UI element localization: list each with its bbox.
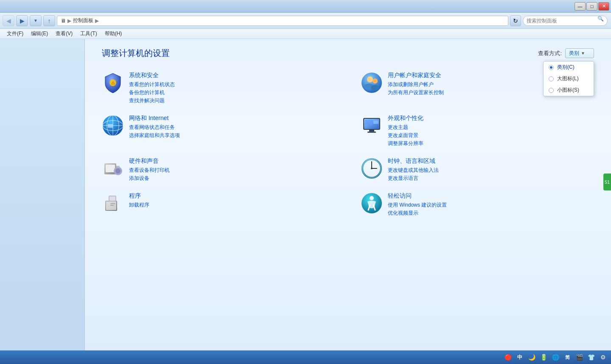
- system-security-text: 系统和安全 查看您的计算机状态 备份您的计算机 查找并解决问题: [129, 72, 175, 104]
- network-icon: [102, 115, 124, 137]
- link-homegroup[interactable]: 选择家庭组和共享选项: [129, 132, 180, 139]
- view-option-large-icons[interactable]: 大图标(L): [544, 73, 594, 84]
- window-controls: — □ ✕: [575, 2, 609, 11]
- clock-icon: [361, 157, 383, 179]
- search-input[interactable]: [523, 16, 608, 26]
- programs-links: 卸载程序: [129, 202, 149, 209]
- link-devices-printers[interactable]: 查看设备和打印机: [129, 167, 170, 174]
- link-display-language[interactable]: 更改显示语言: [388, 175, 439, 182]
- radio-small: [549, 88, 554, 93]
- menu-view[interactable]: 查看(V): [52, 29, 76, 38]
- ease-access-title[interactable]: 轻松访问: [388, 192, 447, 200]
- clock-links: 更改键盘或其他输入法 更改显示语言: [388, 167, 439, 182]
- link-keyboard-input[interactable]: 更改键盘或其他输入法: [388, 167, 439, 174]
- hardware-title[interactable]: 硬件和声音: [129, 157, 170, 165]
- svg-rect-16: [367, 132, 376, 133]
- forward-button[interactable]: ▶: [16, 15, 28, 26]
- svg-point-6: [371, 85, 379, 91]
- view-dropdown[interactable]: 类别 ▼: [565, 48, 594, 58]
- sidebar: [0, 39, 85, 350]
- search-button[interactable]: 🔍: [597, 16, 608, 26]
- link-parental-controls[interactable]: 为所有用户设置家长控制: [388, 89, 444, 96]
- close-button[interactable]: ✕: [598, 2, 609, 11]
- svg-rect-33: [109, 196, 115, 201]
- link-check-status[interactable]: 查看您的计算机状态: [129, 81, 175, 88]
- menu-file[interactable]: 文件(F): [3, 29, 27, 38]
- link-add-user[interactable]: 添加或删除用户帐户: [388, 81, 444, 88]
- taskbar-icon-battery[interactable]: 🔋: [539, 353, 548, 362]
- link-optimize-video[interactable]: 优化视频显示: [388, 210, 447, 217]
- category-programs: 程序 卸载程序: [102, 192, 335, 217]
- programs-title[interactable]: 程序: [129, 192, 149, 200]
- breadcrumb-path: 控制面板: [73, 17, 93, 24]
- link-uninstall[interactable]: 卸载程序: [129, 202, 149, 209]
- programs-icon: [102, 192, 124, 214]
- hardware-text: 硬件和声音 查看设备和打印机 添加设备: [129, 157, 170, 182]
- hardware-icon: [102, 157, 124, 179]
- link-windows-recommend[interactable]: 使用 Windows 建议的设置: [388, 202, 447, 209]
- address-bar: ◀ ▶ ▼ ↑ 🖥 ▶ 控制面板 ▶ ↻ 🔍: [0, 13, 611, 29]
- taskbar-icon-media[interactable]: 🎬: [575, 353, 584, 362]
- menu-tools[interactable]: 工具(T): [77, 29, 100, 38]
- appearance-title[interactable]: 外观和个性化: [388, 115, 423, 122]
- breadcrumb-sep-1: ▶: [67, 18, 71, 24]
- ease-access-icon: [361, 192, 383, 214]
- taskbar-icon-moon[interactable]: 🌙: [527, 353, 536, 362]
- appearance-text: 外观和个性化 更改主题 更改桌面背景 调整屏幕分辨率: [388, 115, 423, 147]
- view-option-small-icons[interactable]: 小图标(S): [544, 84, 594, 96]
- taskbar-icon-network[interactable]: 🌐: [551, 353, 560, 362]
- category-appearance: 外观和个性化 更改主题 更改桌面背景 调整屏幕分辨率: [361, 115, 594, 147]
- user-accounts-title[interactable]: 用户帐户和家庭安全: [388, 72, 444, 79]
- link-theme[interactable]: 更改主题: [388, 124, 423, 131]
- main-content: 调整计算机的设置 查看方式: 类别 ▼ 类别(C) 大图标(L): [0, 39, 611, 350]
- view-current-value: 类别: [569, 50, 579, 57]
- content-area: 调整计算机的设置 查看方式: 类别 ▼ 类别(C) 大图标(L): [85, 39, 611, 350]
- maximize-button[interactable]: □: [586, 2, 597, 11]
- category-clock: 时钟、语言和区域 更改键盘或其他输入法 更改显示语言: [361, 157, 594, 182]
- page-title: 调整计算机的设置: [102, 48, 170, 59]
- system-security-icon: ⚠: [102, 72, 124, 94]
- view-options-container: 查看方式: 类别 ▼ 类别(C) 大图标(L): [538, 48, 594, 58]
- link-add-device[interactable]: 添加设备: [129, 175, 170, 182]
- network-text: 网络和 Internet 查看网络状态和任务 选择家庭组和共享选项: [129, 115, 180, 139]
- programs-text: 程序 卸载程序: [129, 192, 149, 209]
- link-resolution[interactable]: 调整屏幕分辨率: [388, 140, 423, 147]
- taskbar-icon-1[interactable]: 🔴: [503, 353, 513, 362]
- appearance-links: 更改主题 更改桌面背景 调整屏幕分辨率: [388, 124, 423, 147]
- svg-point-5: [373, 78, 378, 84]
- category-hardware: 硬件和声音 查看设备和打印机 添加设备: [102, 157, 335, 182]
- back-button[interactable]: ◀: [3, 15, 14, 26]
- link-troubleshoot[interactable]: 查找并解决问题: [129, 97, 175, 104]
- link-desktop-bg[interactable]: 更改桌面背景: [388, 132, 423, 139]
- taskbar-icon-lang[interactable]: 简: [563, 353, 572, 362]
- up-button[interactable]: ↑: [43, 15, 55, 26]
- minimize-button[interactable]: —: [575, 2, 586, 11]
- link-network-status[interactable]: 查看网络状态和任务: [129, 124, 180, 131]
- system-security-title[interactable]: 系统和安全: [129, 72, 175, 79]
- refresh-button[interactable]: ↻: [510, 15, 521, 26]
- view-category-label: 类别(C): [557, 64, 575, 71]
- side-button[interactable]: 51: [603, 174, 611, 190]
- recent-pages-button[interactable]: ▼: [30, 15, 42, 26]
- svg-rect-23: [116, 166, 120, 168]
- clock-title[interactable]: 时钟、语言和区域: [388, 157, 439, 165]
- menu-edit[interactable]: 编辑(E): [28, 29, 51, 38]
- network-title[interactable]: 网络和 Internet: [129, 115, 180, 122]
- svg-rect-12: [108, 124, 113, 128]
- menu-bar: 文件(F) 编辑(E) 查看(V) 工具(T) 帮助(H): [0, 29, 611, 39]
- link-backup[interactable]: 备份您的计算机: [129, 89, 175, 96]
- appearance-icon: [361, 115, 383, 137]
- menu-help[interactable]: 帮助(H): [101, 29, 126, 38]
- title-bar: — □ ✕: [0, 0, 611, 13]
- category-network: 网络和 Internet 查看网络状态和任务 选择家庭组和共享选项: [102, 115, 335, 147]
- taskbar-icon-shirt[interactable]: 👕: [586, 353, 596, 362]
- dropdown-arrow-icon: ▼: [581, 51, 585, 56]
- categories-grid: ⚠ 系统和安全 查看您的计算机状态 备份您的计算机 查找并解决问题: [102, 72, 594, 217]
- view-option-category[interactable]: 类别(C): [544, 62, 594, 73]
- breadcrumb: 🖥 ▶ 控制面板 ▶: [57, 16, 508, 26]
- svg-point-3: [367, 76, 373, 82]
- view-small-icons-label: 小图标(S): [557, 87, 579, 94]
- taskbar-icon-ime[interactable]: 中: [515, 353, 524, 362]
- taskbar-icon-settings[interactable]: ⚙: [598, 353, 608, 362]
- ease-access-text: 轻松访问 使用 Windows 建议的设置 优化视频显示: [388, 192, 447, 217]
